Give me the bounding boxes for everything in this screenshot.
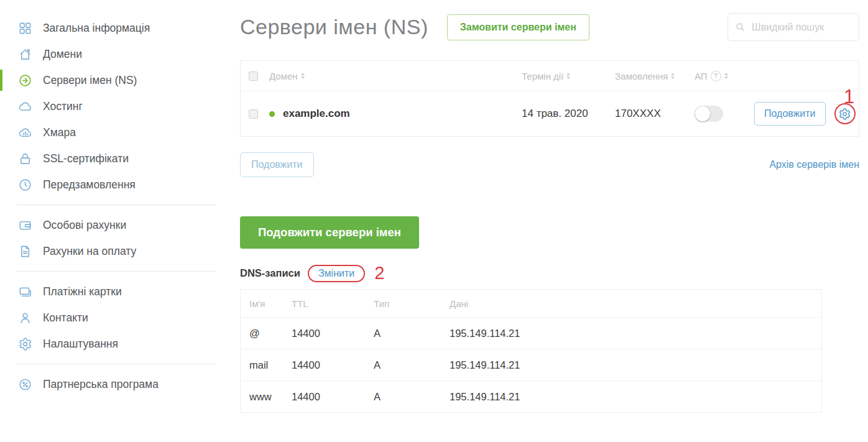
table-row: example.com 14 трав. 2020 170XXXX Подовж… — [241, 91, 859, 136]
sidebar-item-label: Передзамовлення — [43, 178, 136, 191]
row-checkbox[interactable] — [249, 109, 258, 119]
dns-column-name: Ім'я — [241, 298, 292, 309]
cloud-chart-icon — [18, 126, 32, 140]
column-header-order[interactable]: Замовлення — [615, 71, 668, 81]
sidebar: Загальна інформація Домени Сервери імен … — [0, 0, 225, 397]
dns-section-header: DNS-записи Змінити 2 — [240, 264, 859, 282]
dns-column-data: Дані — [450, 298, 821, 309]
status-dot — [269, 111, 275, 117]
percent-icon — [18, 377, 32, 392]
column-header-domain[interactable]: Домен — [269, 71, 298, 81]
lock-icon — [18, 152, 32, 166]
sidebar-item-label: Хостинг — [43, 100, 83, 113]
sidebar-item-settings[interactable]: Налаштування — [0, 331, 225, 357]
table-footer-actions: Подовжити Архів серверів імен — [240, 152, 859, 177]
sidebar-item-personal-accounts[interactable]: Особові рахунки — [0, 212, 225, 238]
autoprolong-toggle[interactable] — [695, 106, 723, 122]
sidebar-item-label: Загальна інформація — [43, 22, 150, 35]
domain-name[interactable]: example.com — [283, 108, 350, 120]
sidebar-item-hosting[interactable]: Хостинг — [0, 93, 225, 119]
dns-record-row: www 14400 A 195.149.114.21 — [241, 380, 821, 412]
page-header: Сервери імен (NS) Замовити сервери імен — [240, 13, 859, 41]
toggle-knob — [695, 106, 710, 121]
prolong-row-button[interactable]: Подовжити — [754, 102, 826, 126]
sidebar-item-label: Домени — [43, 48, 82, 61]
page-title: Сервери імен (NS) — [240, 15, 428, 39]
sidebar-item-preorder[interactable]: Передзамовлення — [0, 172, 225, 198]
dns-edit-link[interactable]: Змінити — [318, 268, 354, 279]
sidebar-item-domains[interactable]: Домени — [0, 41, 225, 67]
sidebar-item-label: Партнерська програма — [43, 378, 159, 391]
record-type: A — [374, 391, 450, 403]
sidebar-item-label: Особові рахунки — [43, 219, 126, 232]
gear-icon — [18, 337, 32, 351]
dns-record-row: @ 14400 A 195.149.114.21 — [241, 317, 821, 349]
sidebar-item-label: SSL-сертифікати — [43, 152, 129, 165]
dns-records-table: Ім'я TTL Тип Дані @ 14400 A 195.149.114.… — [240, 289, 822, 413]
column-header-expiry[interactable]: Термін дії — [522, 71, 563, 81]
record-ttl: 14400 — [292, 391, 374, 403]
sidebar-item-label: Платіжні картки — [43, 285, 122, 298]
dns-column-ttl: TTL — [292, 298, 374, 309]
sidebar-item-label: Контакти — [43, 311, 88, 325]
sidebar-divider — [17, 205, 216, 205]
person-icon — [18, 311, 32, 325]
annotation-marker-1: 1 — [844, 86, 854, 108]
sidebar-divider — [17, 271, 216, 272]
select-all-checkbox[interactable] — [249, 71, 258, 81]
arrow-circle-icon — [18, 73, 32, 88]
order-number: 170XXXX — [615, 108, 695, 120]
archive-link[interactable]: Архів серверів імен — [769, 159, 859, 170]
sort-icon[interactable] — [671, 73, 675, 79]
wallet-icon — [18, 218, 32, 233]
expiry-date: 14 трав. 2020 — [522, 108, 615, 120]
record-name: mail — [241, 359, 292, 371]
search-input[interactable] — [727, 13, 859, 41]
sidebar-item-contacts[interactable]: Контакти — [0, 305, 225, 331]
sidebar-item-label: Хмара — [43, 126, 76, 139]
sidebar-item-partner-program[interactable]: Партнерська програма — [0, 371, 225, 397]
record-type: A — [374, 359, 450, 371]
record-name: www — [241, 391, 292, 403]
record-type: A — [374, 328, 450, 339]
sort-icon[interactable] — [566, 73, 570, 79]
cloud-icon — [18, 99, 32, 114]
sort-icon[interactable] — [724, 73, 728, 79]
clock-icon — [18, 178, 32, 192]
edit-annotation-circle: Змінити — [308, 265, 365, 282]
table-header-row: Домен Термін дії Замовлення АП? — [241, 61, 859, 91]
sidebar-item-payment-cards[interactable]: Платіжні картки — [0, 279, 225, 305]
sidebar-item-label: Налаштування — [43, 338, 118, 351]
search-icon — [735, 22, 746, 32]
record-ttl: 14400 — [292, 328, 374, 339]
record-data: 195.149.114.21 — [450, 391, 821, 403]
sidebar-item-invoices[interactable]: Рахунки на оплату — [0, 238, 225, 264]
annotation-marker-2: 2 — [374, 264, 384, 282]
dns-header-row: Ім'я TTL Тип Дані — [241, 290, 821, 317]
sidebar-item-cloud[interactable]: Хмара — [0, 119, 225, 145]
dns-records-title: DNS-записи — [240, 267, 300, 279]
record-name: @ — [241, 328, 292, 339]
column-header-autoprolong[interactable]: АП — [695, 71, 708, 81]
invoice-icon — [18, 244, 32, 259]
sidebar-item-ssl[interactable]: SSL-сертифікати — [0, 145, 225, 172]
record-data: 195.149.114.21 — [450, 359, 821, 371]
order-name-servers-button[interactable]: Замовити сервери імен — [447, 14, 589, 40]
name-servers-table: Домен Термін дії Замовлення АП? example.… — [240, 60, 859, 137]
sidebar-item-general-info[interactable]: Загальна інформація — [0, 15, 225, 41]
sidebar-divider — [17, 364, 216, 364]
record-ttl: 14400 — [292, 359, 374, 371]
sidebar-item-label: Сервери імен (NS) — [43, 74, 137, 87]
cards-icon — [18, 285, 32, 299]
prolong-selected-button[interactable]: Подовжити — [240, 152, 314, 177]
sidebar-item-name-servers[interactable]: Сервери імен (NS) — [0, 67, 225, 93]
grid-icon — [18, 21, 32, 35]
dns-record-row: mail 14400 A 195.149.114.21 — [241, 349, 821, 380]
prolong-name-servers-button[interactable]: Подовжити сервери імен — [240, 216, 419, 249]
help-icon[interactable]: ? — [711, 71, 721, 81]
dns-column-type: Тип — [374, 298, 450, 309]
record-data: 195.149.114.21 — [450, 328, 821, 339]
home-icon — [18, 47, 32, 62]
quick-search — [727, 13, 859, 41]
sort-icon[interactable] — [301, 73, 305, 79]
